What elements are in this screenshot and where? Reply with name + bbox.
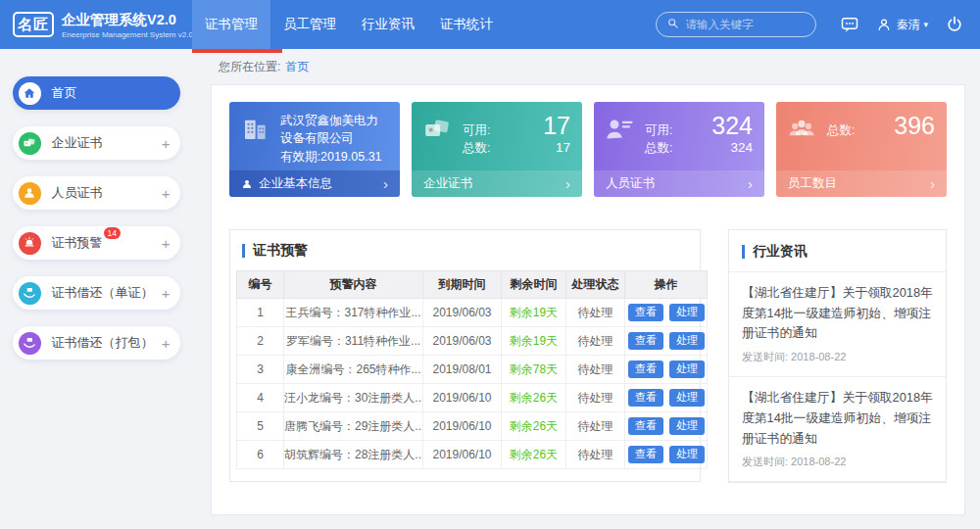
sidebar-item-label: 证书预警14 bbox=[52, 234, 120, 252]
view-button[interactable]: 查看 bbox=[628, 304, 663, 321]
status-text: 待处理 bbox=[566, 327, 625, 356]
news-item-date: 发送时间: 2018-08-22 bbox=[742, 350, 933, 364]
sidebar-item-2[interactable]: 企业证书+ bbox=[13, 126, 180, 160]
status-text: 待处理 bbox=[566, 412, 625, 441]
card-footer-link[interactable]: 员工数目› bbox=[776, 170, 947, 197]
handle-button[interactable]: 处理 bbox=[669, 361, 705, 378]
stat-card-info: 武汉贸鑫伽美电力设备有限公司有效期:2019.05.31 bbox=[280, 112, 388, 170]
breadcrumb-prefix: 您所在位置: bbox=[219, 59, 280, 75]
stat-value: 396 bbox=[894, 112, 935, 140]
sidebar-item-label: 证书借还（打包） bbox=[52, 334, 154, 352]
chevron-right-icon: › bbox=[930, 176, 935, 191]
hand-give-icon bbox=[19, 332, 41, 355]
card-footer-label: 人员证书 bbox=[606, 175, 655, 192]
nav-tab-4[interactable]: 证书统计 bbox=[427, 0, 506, 49]
page: 名匠 企业管理系统V2.0 Eneerprise Management Syst… bbox=[0, 0, 980, 529]
handle-button[interactable]: 处理 bbox=[669, 417, 705, 435]
status-text: 待处理 bbox=[566, 441, 625, 469]
handle-button[interactable]: 处理 bbox=[669, 389, 705, 407]
sidebar-item-1[interactable]: 首页 bbox=[13, 76, 180, 110]
news-item-title[interactable]: 【湖北省住建厅】关于领取2018年度第14批一级建造师初始、增项注册证书的通知 bbox=[742, 283, 933, 344]
alert-table: 编号预警内容到期时间剩余时间处理状态操作1王兵编号：317特种作业...2019… bbox=[236, 270, 708, 469]
stat-card-info: 可用:324总数:324 bbox=[645, 112, 753, 170]
app-logo: 名匠 企业管理系统V2.0 Eneerprise Management Syst… bbox=[0, 11, 192, 39]
card-footer-link[interactable]: 企业证书› bbox=[412, 170, 582, 197]
stat-row: 总数:396 bbox=[827, 112, 935, 140]
card-footer-link[interactable]: 企业基本信息› bbox=[229, 170, 400, 197]
people-group-icon bbox=[787, 112, 818, 170]
expand-plus-icon[interactable]: + bbox=[162, 286, 171, 301]
stat-card-info: 总数:396 bbox=[827, 112, 935, 170]
table-row: 1王兵编号：317特种作业...2019/06/03剩余19天待处理查看处理 bbox=[237, 299, 708, 327]
card-footer-label: 员工数目 bbox=[788, 175, 837, 192]
alert-panel: 证书预警 编号预警内容到期时间剩余时间处理状态操作1王兵编号：317特种作业..… bbox=[229, 229, 701, 482]
alert-content: 罗军编号：311特种作业... bbox=[284, 327, 423, 356]
news-item-title[interactable]: 【湖北省住建厅】关于领取2018年度第14批一级建造师初始、增项注册证书的通知 bbox=[742, 388, 933, 449]
status-text: 待处理 bbox=[566, 356, 625, 384]
news-panel: 行业资讯 【湖北省住建厅】关于领取2018年度第14批一级建造师初始、增项注册证… bbox=[728, 229, 947, 483]
user-menu[interactable]: 秦清 ▾ bbox=[876, 17, 928, 33]
row-index: 6 bbox=[237, 441, 284, 469]
sidebar-item-5[interactable]: 证书借还（单证）+ bbox=[13, 276, 180, 310]
stat-label: 可用: bbox=[463, 122, 490, 139]
stat-value: 17 bbox=[543, 112, 570, 140]
expand-plus-icon[interactable]: + bbox=[162, 336, 171, 351]
news-list: 【湖北省住建厅】关于领取2018年度第14批一级建造师初始、增项注册证书的通知发… bbox=[729, 272, 946, 482]
stat-label: 总数: bbox=[827, 122, 855, 139]
row-actions: 查看处理 bbox=[625, 441, 708, 469]
search-box[interactable] bbox=[656, 12, 816, 37]
table-column-header: 剩余时间 bbox=[502, 271, 566, 299]
view-button[interactable]: 查看 bbox=[628, 446, 663, 463]
stat-row: 总数:324 bbox=[645, 140, 753, 157]
person-icon bbox=[241, 178, 253, 190]
table-column-header: 到期时间 bbox=[423, 271, 502, 299]
company-name: 武汉贸鑫伽美电力设备有限公司 bbox=[280, 112, 388, 147]
expand-plus-icon[interactable]: + bbox=[162, 136, 171, 151]
breadcrumb-home-link[interactable]: 首页 bbox=[285, 59, 309, 75]
remain-days: 剩余26天 bbox=[502, 384, 566, 412]
home-icon bbox=[19, 82, 41, 105]
card-footer-label: 企业基本信息 bbox=[259, 175, 332, 192]
main-nav: 证书管理员工管理行业资讯证书统计 bbox=[192, 0, 506, 49]
alert-content: 康全洲编号：265特种作... bbox=[284, 356, 423, 384]
handle-button[interactable]: 处理 bbox=[669, 332, 705, 350]
company-validity: 有效期:2019.05.31 bbox=[280, 149, 388, 166]
sidebar-item-6[interactable]: 证书借还（打包）+ bbox=[13, 326, 180, 360]
view-button[interactable]: 查看 bbox=[628, 417, 663, 435]
stat-card-body: 武汉贸鑫伽美电力设备有限公司有效期:2019.05.31 bbox=[229, 102, 400, 170]
remain-days: 剩余78天 bbox=[502, 356, 566, 384]
table-column-header: 编号 bbox=[237, 271, 284, 299]
handle-button[interactable]: 处理 bbox=[669, 446, 705, 463]
expand-plus-icon[interactable]: + bbox=[162, 186, 171, 201]
search-input[interactable] bbox=[685, 19, 806, 30]
row-actions: 查看处理 bbox=[625, 356, 708, 384]
stat-label: 总数: bbox=[463, 140, 490, 157]
chevron-right-icon: › bbox=[383, 176, 388, 191]
card-footer-label: 企业证书 bbox=[423, 175, 472, 192]
power-icon[interactable] bbox=[945, 15, 964, 34]
stat-value: 17 bbox=[556, 140, 570, 155]
sidebar-item-3[interactable]: 人员证书+ bbox=[13, 176, 180, 210]
stat-card-body: 可用:324总数:324 bbox=[594, 102, 764, 170]
nav-tab-1[interactable]: 证书管理 bbox=[192, 0, 270, 49]
row-actions: 查看处理 bbox=[625, 299, 708, 327]
stat-card-body: 可用:17总数:17 bbox=[412, 102, 582, 170]
main-content: 您所在位置: 首页 武汉贸鑫伽美电力设备有限公司有效期:2019.05.31企业… bbox=[192, 49, 980, 529]
handle-button[interactable]: 处理 bbox=[669, 304, 705, 321]
stat-row: 可用:17 bbox=[463, 112, 570, 140]
table-row: 5唐腾飞编号：29注册类人...2019/06/10剩余26天待处理查看处理 bbox=[237, 412, 708, 441]
sidebar-item-4[interactable]: 证书预警14+ bbox=[13, 226, 180, 260]
stat-cards-row: 武汉贸鑫伽美电力设备有限公司有效期:2019.05.31企业基本信息›可用:17… bbox=[229, 102, 947, 197]
view-button[interactable]: 查看 bbox=[628, 332, 663, 350]
expire-date: 2019/08/01 bbox=[423, 356, 502, 384]
messages-icon[interactable] bbox=[840, 15, 859, 34]
view-button[interactable]: 查看 bbox=[628, 389, 663, 407]
sidebar-item-label: 首页 bbox=[52, 84, 77, 102]
card-footer-link[interactable]: 人员证书› bbox=[594, 170, 764, 197]
nav-tab-2[interactable]: 员工管理 bbox=[270, 0, 349, 49]
row-actions: 查看处理 bbox=[625, 412, 708, 441]
nav-tab-3[interactable]: 行业资讯 bbox=[349, 0, 427, 49]
table-row: 2罗军编号：311特种作业...2019/06/03剩余19天待处理查看处理 bbox=[237, 327, 708, 356]
view-button[interactable]: 查看 bbox=[628, 361, 663, 378]
expand-plus-icon[interactable]: + bbox=[162, 236, 171, 251]
